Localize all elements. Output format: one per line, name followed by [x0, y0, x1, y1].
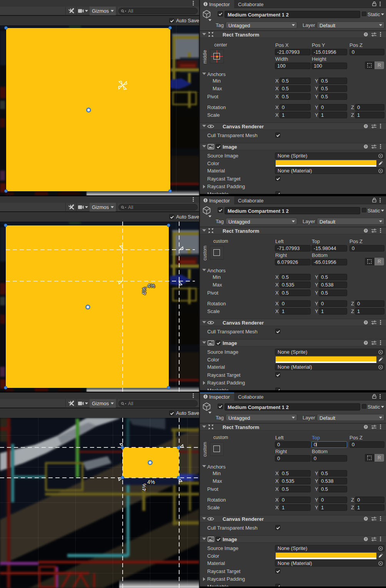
- svg-text:?: ?: [365, 341, 367, 345]
- svg-text:?: ?: [365, 124, 367, 128]
- svg-text:?: ?: [365, 537, 367, 541]
- svg-text:?: ?: [365, 33, 367, 36]
- svg-text:?: ?: [365, 425, 367, 429]
- svg-text:?: ?: [365, 321, 367, 324]
- svg-text:?: ?: [365, 517, 367, 520]
- svg-text:?: ?: [365, 229, 367, 232]
- svg-text:?: ?: [365, 145, 367, 148]
